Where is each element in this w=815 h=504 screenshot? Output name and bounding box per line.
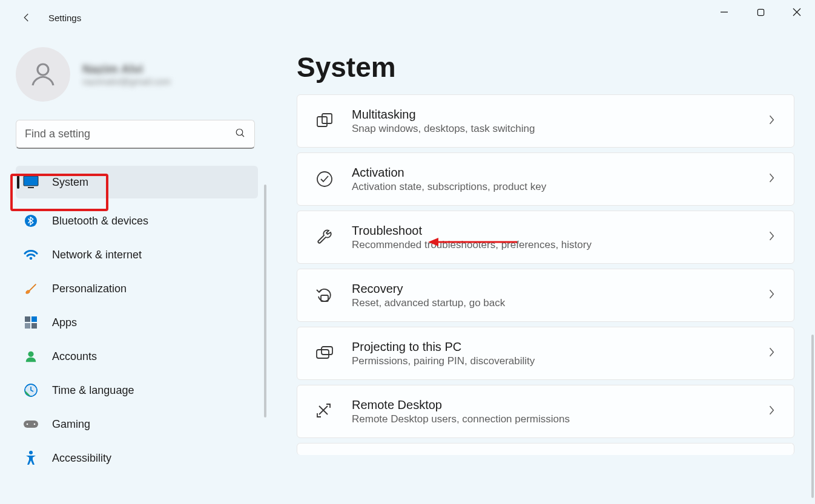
- chevron-right-icon: [767, 346, 776, 361]
- clock-icon: [23, 382, 39, 398]
- svg-rect-7: [24, 176, 38, 186]
- card-subtitle: Reset, advanced startup, go back: [352, 297, 750, 309]
- page-title: System: [297, 51, 794, 83]
- card-projecting[interactable]: Projecting to this PC Permissions, pairi…: [297, 327, 794, 380]
- app-title: Settings: [48, 13, 81, 23]
- svg-point-5: [236, 129, 243, 136]
- svg-rect-8: [28, 187, 34, 188]
- card-activation[interactable]: Activation Activation state, subscriptio…: [297, 152, 794, 206]
- svg-rect-27: [322, 347, 332, 355]
- svg-point-15: [28, 352, 33, 357]
- main-scrollbar[interactable]: [811, 335, 814, 498]
- card-recovery[interactable]: Recovery Reset, advanced startup, go bac…: [297, 269, 794, 322]
- back-button[interactable]: [15, 5, 39, 30]
- sidebar-item-label: Accessibility: [52, 452, 111, 465]
- card-subtitle: Remote Desktop users, connection permiss…: [352, 413, 750, 425]
- sidebar-item-gaming[interactable]: Gaming: [16, 408, 258, 440]
- wrench-icon: [314, 227, 335, 247]
- settings-cards: Multitasking Snap windows, desktops, tas…: [297, 94, 794, 455]
- brush-icon: [23, 281, 39, 296]
- profile-email: nazimalvi@gmail.com: [82, 76, 171, 87]
- svg-rect-1: [757, 9, 764, 15]
- search-icon: [235, 128, 246, 141]
- svg-point-19: [27, 424, 28, 425]
- card-title: Remote Desktop: [352, 398, 750, 412]
- chevron-right-icon: [767, 230, 776, 244]
- card-subtitle: Recommended troubleshooters, preferences…: [352, 239, 750, 251]
- nav-list: System Bluetooth & devices Network & int…: [16, 166, 258, 474]
- sidebar-item-accounts[interactable]: Accounts: [16, 340, 258, 373]
- svg-rect-14: [31, 323, 37, 329]
- svg-rect-13: [25, 323, 30, 329]
- sidebar-item-label: Gaming: [52, 418, 90, 431]
- sidebar-item-accessibility[interactable]: Accessibility: [16, 442, 258, 474]
- card-title: Multitasking: [352, 108, 750, 122]
- sidebar-item-system[interactable]: System: [16, 166, 258, 198]
- sidebar-item-bluetooth[interactable]: Bluetooth & devices: [16, 205, 258, 237]
- remote-icon: [314, 401, 335, 422]
- sidebar: Nazim Alvi nazimalvi@gmail.com System: [0, 35, 266, 504]
- maximize-button[interactable]: [742, 0, 779, 24]
- card-subtitle: Activation state, subscriptions, product…: [352, 181, 750, 193]
- sidebar-item-label: Network & internet: [52, 249, 142, 261]
- card-title: Recovery: [352, 282, 750, 296]
- svg-point-4: [38, 64, 48, 75]
- profile-text: Nazim Alvi nazimalvi@gmail.com: [82, 62, 171, 87]
- chevron-right-icon: [767, 114, 776, 128]
- sidebar-item-label: Time & language: [52, 384, 134, 397]
- projecting-icon: [314, 343, 335, 364]
- sidebar-item-personalization[interactable]: Personalization: [16, 272, 258, 305]
- sidebar-item-label: Apps: [52, 316, 77, 329]
- sidebar-item-apps[interactable]: Apps: [16, 306, 258, 339]
- check-circle-icon: [314, 169, 335, 189]
- sidebar-item-label: Bluetooth & devices: [52, 215, 148, 227]
- search-box[interactable]: [16, 120, 255, 149]
- search-input[interactable]: [25, 128, 235, 140]
- gamepad-icon: [23, 416, 39, 432]
- card-partial[interactable]: [297, 443, 794, 455]
- card-multitasking[interactable]: Multitasking Snap windows, desktops, tas…: [297, 94, 794, 148]
- sidebar-item-label: Accounts: [52, 350, 97, 363]
- svg-point-21: [29, 451, 33, 454]
- main-content: System Multitasking Snap windows, deskto…: [266, 35, 815, 504]
- chevron-right-icon: [767, 288, 776, 303]
- minimize-button[interactable]: [706, 0, 742, 24]
- titlebar: Settings: [0, 0, 815, 35]
- close-button[interactable]: [779, 0, 815, 24]
- chevron-right-icon: [767, 172, 776, 186]
- svg-point-24: [317, 172, 332, 186]
- card-subtitle: Snap windows, desktops, task switching: [352, 123, 750, 135]
- multitask-icon: [314, 111, 335, 131]
- apps-icon: [23, 315, 39, 330]
- account-icon: [23, 349, 39, 364]
- monitor-icon: [23, 174, 39, 190]
- wifi-icon: [23, 247, 39, 263]
- svg-rect-18: [24, 421, 38, 428]
- card-title: Projecting to this PC: [352, 340, 750, 354]
- recovery-icon: [314, 285, 335, 306]
- card-title: Activation: [352, 166, 750, 180]
- svg-line-6: [242, 134, 244, 137]
- chevron-right-icon: [767, 404, 776, 419]
- svg-rect-11: [25, 316, 30, 322]
- sidebar-item-label: System: [52, 176, 88, 189]
- profile-name: Nazim Alvi: [82, 62, 171, 76]
- sidebar-item-label: Personalization: [52, 283, 127, 295]
- card-remote-desktop[interactable]: Remote Desktop Remote Desktop users, con…: [297, 385, 794, 438]
- svg-rect-12: [31, 316, 37, 322]
- profile-block[interactable]: Nazim Alvi nazimalvi@gmail.com: [16, 47, 258, 102]
- card-troubleshoot[interactable]: Troubleshoot Recommended troubleshooters…: [297, 211, 794, 264]
- avatar: [16, 47, 70, 102]
- bluetooth-icon: [23, 213, 39, 229]
- accessibility-icon: [23, 450, 39, 466]
- card-title: Troubleshoot: [352, 224, 750, 238]
- card-subtitle: Permissions, pairing PIN, discoverabilit…: [352, 355, 750, 367]
- svg-point-10: [30, 257, 33, 260]
- sidebar-item-time-language[interactable]: Time & language: [16, 374, 258, 407]
- sidebar-item-network[interactable]: Network & internet: [16, 238, 258, 271]
- svg-point-20: [34, 424, 36, 425]
- window-controls: [706, 0, 815, 24]
